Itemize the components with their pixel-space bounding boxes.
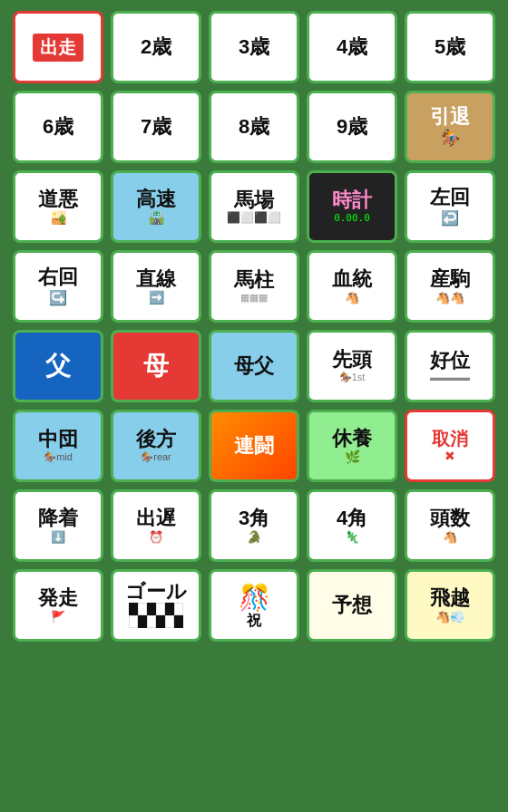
tile-kyusai[interactable]: 9歳 (307, 91, 397, 163)
tile-icon: 🐴 (345, 291, 359, 304)
checkered-icon (129, 603, 183, 628)
tile-label: 先頭 (332, 349, 372, 371)
tile-deso[interactable]: 出走 (13, 11, 103, 83)
tile-intai[interactable]: 引退 🏇 (405, 91, 495, 163)
tile-kyuyou[interactable]: 休養 🌿 (307, 410, 397, 482)
tile-label: 母 (143, 353, 169, 381)
tile-kochaku[interactable]: 降着 ⬇️ (13, 489, 103, 562)
tile-hietsu[interactable]: 飛越 🐴💨 (405, 569, 495, 642)
tile-label: 予想 (332, 594, 372, 616)
tile-label: 休養 (332, 428, 372, 450)
tile-label: 父 (45, 353, 71, 381)
tile-icon: 🐴 (443, 530, 457, 544)
tile-label: 出走 (33, 34, 83, 62)
tile-label: 母父 (234, 355, 274, 377)
tile-label: 馬柱 (234, 269, 274, 291)
tile-label: 中団 (38, 429, 78, 450)
tile-label: 出遅 (136, 508, 176, 529)
tile-sankoma[interactable]: 産駒 🐴🐴 (405, 250, 495, 323)
tile-icon: ⬇️ (51, 530, 65, 544)
tile-icon: 🐴🐴 (435, 291, 464, 304)
tile-icon: ⏰ (149, 530, 163, 544)
tile-bokei[interactable]: 母父 (209, 330, 299, 402)
tile-label: 発走 (38, 587, 78, 609)
tile-toukazu[interactable]: 頭数 🐴 (405, 489, 495, 562)
tile-kettou[interactable]: 血統 🐴 (307, 250, 397, 323)
tile-label: 2歳 (141, 36, 171, 58)
tile-kouhou[interactable]: 後方 🏇rear (111, 410, 201, 482)
tile-hidarimawari[interactable]: 左回 ↩️ (405, 170, 495, 243)
tile-label: 道悪 (38, 188, 78, 210)
tile-koui[interactable]: 好位 ▬▬▬▬ (405, 330, 495, 402)
tile-iwai[interactable]: 🎊 祝 (209, 569, 299, 642)
tile-nanasai[interactable]: 7歳 (111, 91, 201, 163)
tile-rentou[interactable]: 連闘 (209, 410, 299, 482)
tile-icon: ▬▬▬▬ (430, 372, 470, 382)
tile-label: 4歳 (337, 36, 367, 58)
tile-label: 6歳 (43, 116, 73, 138)
tile-tokei[interactable]: 時計 0.00.0 (307, 170, 397, 243)
tile-kosoku[interactable]: 高速 🛣️ (111, 170, 201, 243)
tile-icon: 🏇mid (44, 451, 73, 463)
tile-icon: 🏇 (440, 128, 460, 148)
tile-sublabel: 祝 (247, 613, 261, 629)
tile-sansai[interactable]: 3歳 (209, 11, 299, 83)
tile-torikeshi[interactable]: 取消 ✖ (405, 410, 495, 482)
tile-umahasira[interactable]: 馬柱 ▦▦▦ (209, 250, 299, 323)
tile-label: 血統 (332, 268, 372, 290)
tile-chudan[interactable]: 中団 🏇mid (13, 410, 103, 482)
tile-yonkaku[interactable]: 4角 🦎 (307, 489, 397, 562)
tile-label: 直線 (136, 268, 176, 290)
tile-label: 3角 (239, 508, 269, 529)
tile-label: 4角 (337, 508, 367, 529)
tile-label: 9歳 (337, 116, 367, 138)
tile-label: 時計 (332, 189, 372, 211)
tile-hassai[interactable]: 8歳 (209, 91, 299, 163)
tile-michiaku[interactable]: 道悪 🏜️ (13, 170, 103, 243)
tile-goal[interactable]: ゴール (111, 569, 201, 642)
tile-chokusen[interactable]: 直線 ➡️ (111, 250, 201, 323)
tile-icon: ▦▦▦ (240, 292, 268, 304)
tile-label: 取消 (432, 429, 468, 449)
tile-label: 8歳 (239, 116, 269, 138)
tile-sankaku[interactable]: 3角 🐊 (209, 489, 299, 562)
tile-rokusai[interactable]: 6歳 (13, 91, 103, 163)
tile-icon: 🏇1st (339, 372, 366, 383)
tile-icon: 🐊 (247, 530, 261, 544)
tile-deokure[interactable]: 出遅 ⏰ (111, 489, 201, 562)
tile-label: 馬場 (234, 189, 274, 211)
tile-label: 7歳 (141, 116, 171, 138)
tile-icon: ↪️ (49, 289, 67, 306)
tile-hasso[interactable]: 発走 🚩 (13, 569, 103, 642)
tile-label: 高速 (136, 188, 176, 210)
tile-icon: 🏇rear (141, 451, 171, 463)
tile-gosai[interactable]: 5歳 (405, 11, 495, 83)
tile-icon: 🛣️ (149, 210, 164, 225)
tile-haha[interactable]: 母 (111, 330, 201, 402)
tile-icon: ⬛⬜⬛⬜ (227, 211, 281, 224)
tile-label: 🎊 (239, 583, 270, 613)
tile-label: 3歳 (239, 36, 269, 58)
tile-baba[interactable]: 馬場 ⬛⬜⬛⬜ (209, 170, 299, 243)
tile-display: 0.00.0 (334, 212, 370, 224)
tile-label: 飛越 (430, 587, 470, 609)
tile-label: 降着 (38, 508, 78, 529)
tile-sentou[interactable]: 先頭 🏇1st (307, 330, 397, 402)
tile-icon: 🦎 (345, 530, 359, 544)
tile-label: 好位 (430, 350, 470, 372)
tile-icon: 🏜️ (51, 210, 66, 225)
tile-icon: 🌿 (345, 450, 360, 464)
tile-label: 引退 (430, 106, 470, 128)
tile-yosou[interactable]: 予想 (307, 569, 397, 642)
tile-migimawari[interactable]: 右回 ↪️ (13, 250, 103, 323)
tile-yonsai[interactable]: 4歳 (307, 11, 397, 83)
tile-label: 右回 (38, 266, 78, 288)
tile-label: 連闘 (234, 435, 274, 457)
tile-label: 頭数 (430, 508, 470, 529)
tile-icon: ✖ (444, 449, 455, 463)
tile-label: 後方 (136, 429, 176, 450)
tile-icon: ↩️ (441, 209, 459, 227)
emoji-grid: 出走 2歳 3歳 4歳 5歳 6歳 7歳 8歳 9歳 引退 🏇 道悪 🏜️ 高速… (13, 11, 495, 642)
tile-nisai[interactable]: 2歳 (111, 11, 201, 83)
tile-chichi[interactable]: 父 (13, 330, 103, 402)
